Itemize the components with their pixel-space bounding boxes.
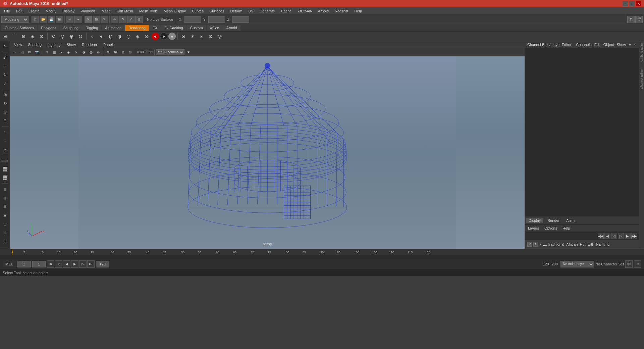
open-scene-button[interactable]: 📂 (40, 16, 47, 23)
icon-shading-1[interactable]: ○ (88, 32, 96, 40)
lt-move[interactable]: ✛ (1, 62, 9, 70)
vp-tb-shaded[interactable]: ● (58, 49, 65, 56)
tab-custom[interactable]: Custom (187, 25, 206, 31)
new-scene-button[interactable]: □ (32, 16, 39, 23)
z-input[interactable] (232, 16, 249, 23)
play-forward-button[interactable]: ▶ (71, 260, 78, 268)
menu-surfaces[interactable]: Surfaces (207, 8, 227, 14)
vp-tb-aa[interactable]: ⊙ (95, 49, 102, 56)
menu-create[interactable]: Create (26, 8, 42, 14)
lt-render-4[interactable]: ▣ (1, 211, 9, 219)
icon-snap-live[interactable]: ⊛ (38, 32, 46, 40)
lt-render-3[interactable]: ▤ (1, 202, 9, 210)
menu-windows[interactable]: Windows (78, 8, 98, 14)
icon-target[interactable]: ◎ (216, 32, 224, 40)
vp-tb-gamma-settings[interactable]: ▼ (185, 49, 192, 56)
vp-tb-ao[interactable]: ◎ (88, 49, 94, 56)
layer-tab-render[interactable]: Render (545, 218, 562, 223)
cb-menu-show[interactable]: Show (616, 43, 626, 47)
layer-tab-display[interactable]: Display (526, 218, 543, 223)
menu-deform[interactable]: Deform (227, 8, 245, 14)
maximize-button[interactable]: □ (629, 1, 635, 6)
viewport-3d[interactable]: .wire { stroke: #2233cc; stroke-width: 0… (10, 56, 525, 249)
step-back-button[interactable]: ◁ (55, 260, 62, 268)
vp-menu-shading[interactable]: Shading (25, 42, 44, 47)
layer-tab-anim[interactable]: Anim (564, 218, 577, 223)
icon-shading-2[interactable]: ● (97, 32, 105, 40)
icon-shading-3[interactable]: ◐ (106, 32, 114, 40)
layer-tb-back[interactable]: ◀◀ (598, 233, 604, 239)
vp-tb-textured[interactable]: ◈ (65, 49, 72, 56)
move-tool-button[interactable]: ✛ (111, 16, 118, 23)
vp-tb-wireframe[interactable]: □ (43, 49, 50, 56)
current-frame-input[interactable] (32, 261, 46, 267)
menu-mesh-display[interactable]: Mesh Display (161, 8, 189, 14)
icon-shading-material[interactable]: ◈ (133, 32, 142, 40)
scale-tool-button[interactable]: ⤢ (127, 16, 135, 23)
layer-row[interactable]: V P / ....Traditional_African_Hut_with_P… (526, 241, 637, 247)
step-forward-button[interactable]: ▷ (79, 260, 87, 268)
menu-cache[interactable]: Cache (278, 8, 294, 14)
lt-soft[interactable]: ◎ (1, 91, 9, 99)
lt-render-5[interactable]: ▢ (1, 220, 9, 228)
menu-redshift[interactable]: Redshift (332, 8, 351, 14)
x-input[interactable] (184, 16, 201, 23)
channel-box-expand[interactable]: + (629, 42, 631, 47)
y-input[interactable] (208, 16, 225, 23)
menu-arnold[interactable]: Arnold (315, 8, 331, 14)
layer-tb-next[interactable]: ▷ (618, 233, 624, 239)
transform-tool-button[interactable]: ⊞ (135, 16, 143, 23)
layer-opt-help[interactable]: Help (560, 226, 572, 231)
lt-scale[interactable]: ⤢ (1, 80, 9, 88)
tab-fx[interactable]: FX (149, 25, 161, 31)
icon-shading-4[interactable]: ◑ (115, 32, 123, 40)
minimize-button[interactable]: ─ (623, 1, 628, 6)
cb-menu-edit[interactable]: Edit (594, 43, 601, 47)
menu-modify[interactable]: Modify (43, 8, 59, 14)
icon-construction[interactable]: ◎ (58, 32, 66, 40)
lt-grid[interactable] (1, 156, 9, 164)
save-scene-as-button[interactable]: ⊞ (56, 16, 63, 23)
vp-menu-view[interactable]: View (11, 42, 25, 47)
lt-snap[interactable]: ⊕ (1, 108, 9, 116)
start-frame-input[interactable] (17, 261, 31, 267)
icon-snap-curve[interactable]: ⌒ (10, 32, 18, 40)
menu-generate[interactable]: Generate (257, 8, 278, 14)
tab-arnold[interactable]: Arnold (223, 25, 240, 31)
vp-tb-home[interactable]: ⌂ (11, 49, 18, 56)
lt-curve-tool[interactable]: ~ (1, 128, 9, 136)
menu-uv[interactable]: UV (246, 8, 256, 14)
lt-deform[interactable]: ⊞ (1, 117, 9, 125)
menu-display[interactable]: Display (60, 8, 77, 14)
close-button[interactable]: ✕ (636, 1, 641, 6)
lt-grid2[interactable] (1, 165, 9, 173)
jump-end-button[interactable]: ⏭ (87, 260, 95, 268)
vp-tb-eye[interactable]: 👁 (26, 49, 33, 56)
icon-softmod[interactable]: ◉ (67, 32, 75, 40)
menu-file[interactable]: File (1, 8, 13, 14)
cb-menu-object[interactable]: Object (603, 43, 614, 47)
tab-animation[interactable]: Animation (102, 25, 125, 31)
tab-rendering[interactable]: Rendering (125, 25, 149, 31)
settings-button[interactable]: ≡ (634, 260, 641, 268)
vp-tb-hud[interactable]: ⊡ (127, 49, 133, 56)
redo-button[interactable]: ↪ (74, 16, 82, 23)
lt-render-6[interactable]: ⊞ (1, 229, 9, 237)
vp-tb-shadows[interactable]: ◑ (80, 49, 87, 56)
paint-select-button[interactable]: ✎ (101, 16, 108, 23)
menu-mesh[interactable]: Mesh (99, 8, 113, 14)
end-frame-input[interactable] (96, 261, 109, 267)
layer-tb-fwd[interactable]: ▶ (625, 233, 631, 239)
tab-polygons[interactable]: Polygons (38, 25, 59, 31)
vp-tb-isolation[interactable]: ⊛ (105, 49, 111, 56)
lt-grid3[interactable] (1, 174, 9, 182)
title-bar-controls[interactable]: ─ □ ✕ (623, 1, 641, 6)
tab-fx-caching[interactable]: Fx Caching (161, 25, 186, 31)
rotate-tool-button[interactable]: ↻ (119, 16, 126, 23)
tab-curves-surfaces[interactable]: Curves / Surfaces (1, 25, 37, 31)
vp-tb-grid[interactable]: ⊞ (119, 49, 126, 56)
icon-isolate[interactable]: ⊛ (207, 32, 215, 40)
layer-p-toggle[interactable]: P (533, 242, 538, 247)
vp-menu-lighting[interactable]: Lighting (45, 42, 63, 47)
anim-layer-select[interactable]: No Anim Layer (560, 261, 594, 267)
